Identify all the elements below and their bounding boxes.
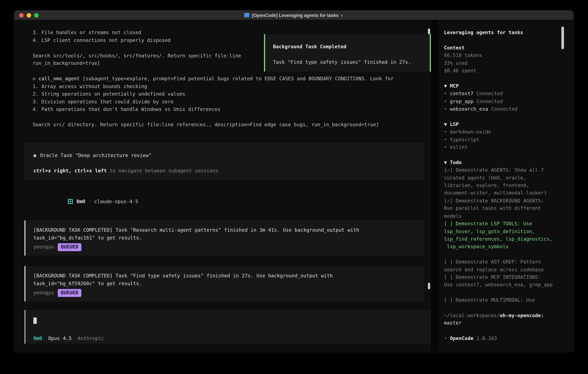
todo-item-pending: [ ] Demonstrate MULTIMODAL: Use (444, 296, 568, 304)
agent-name: OmO (76, 198, 85, 204)
mcp-item: •grep_appConnected (444, 98, 568, 105)
lsp-item-name: typescript (450, 137, 479, 142)
message-text-line: task_id="bg_6f59260c" to get results. (33, 280, 416, 288)
opencode-version: 1.0.163 (476, 335, 497, 341)
terminal-app-icon (244, 13, 250, 17)
message-author: yeongyu (33, 244, 54, 250)
oracle-task-box: ◉Oracle Task "Deep architecture review" … (24, 143, 424, 180)
status-bar-right: tabswitch agent ctrl+pcommands (329, 351, 431, 353)
mcp-item-name: grep_app (450, 98, 473, 104)
bullet-icon: • (444, 144, 447, 150)
spinner-dots-icon: •••••••• (26, 352, 58, 352)
record-icon: ◉ (33, 153, 36, 158)
chevron-down-icon: ▼ (444, 83, 447, 89)
queued-status-badge: QUEUED (58, 289, 81, 297)
mcp-item-name: context7 (450, 91, 473, 96)
todo-item-pending: [ ] Demonstrate AST-GREP: Pattern search… (444, 258, 568, 274)
mcp-section-header[interactable]: ▼MCP (444, 83, 568, 90)
terminal-line: 1. Array access without bounds checking (32, 83, 431, 90)
lsp-item: •typescript (444, 136, 568, 144)
tool-call-line: ⚙call_omo_agent [subagent_type=explore, … (32, 75, 431, 83)
window-title-text: [OpenCode] Leveraging agents for tasks (252, 13, 338, 18)
sidebar-scrollbar-thumb[interactable] (561, 27, 564, 49)
bullet-icon: • (444, 106, 447, 112)
hint-text: to navigate between subagent sessions (107, 168, 218, 174)
mcp-item: •context7Connected (444, 90, 568, 98)
todo-section-header[interactable]: ▼Todo (444, 159, 568, 166)
esc-key-hint: esc (64, 351, 73, 353)
status-bar: •••••••• esc interrupt tabswitch agent c… (26, 351, 431, 353)
esc-key-label: interrupt (76, 351, 103, 353)
tab-key-label: switch agent (341, 352, 376, 353)
terminal-line: 4. Path operations that don't handle Win… (32, 106, 431, 113)
message-text-line: task_id="bg_dcfac161" to get results. (33, 234, 416, 242)
message-text-line: [BACKGROUND TASK COMPLETED] Task "Resear… (33, 226, 416, 234)
ctrlp-key-label: commands (408, 352, 431, 353)
workspace-path: ~/local-workspaces/ (444, 312, 500, 318)
gear-icon: ⚙ (32, 76, 35, 82)
minimize-window-button[interactable] (27, 13, 31, 17)
lsp-header-label: LSP (450, 121, 459, 127)
lsp-section-header[interactable]: ▼LSP (444, 121, 568, 128)
todo-item-active: [ ] Demonstrate LSP TOOLS: Use lsp_hover… (444, 220, 568, 251)
lsp-item: •eslint (444, 144, 568, 151)
todo-item-done: [✓] Demonstrate BACKGROUND AGENTS: Run p… (444, 197, 568, 220)
session-progress-icon: ◐ (341, 13, 343, 17)
context-tokens: 66,518 tokens (444, 52, 568, 59)
prompt-input[interactable]: OmOOpus 4.5Anthropic (24, 310, 431, 344)
lsp-item-name: eslint (450, 144, 468, 150)
message-meta: yeongyuQUEUED (33, 289, 416, 297)
bullet-icon: • (444, 137, 447, 142)
agent-square-icon (68, 199, 73, 204)
terminal-line: 3. Division operations that could divide… (32, 98, 431, 106)
blank-line (444, 151, 568, 159)
bullet-icon: • (444, 91, 447, 96)
hint-keys: ctrl+x right, ctrl+x left (33, 168, 107, 174)
mcp-item-status: Connected (491, 106, 517, 112)
pane-divider (431, 20, 438, 352)
context-used: 33% used (444, 59, 568, 67)
close-window-button[interactable] (19, 13, 24, 17)
message-text-line: [BACKGROUND TASK COMPLETED] Task "Find t… (33, 272, 416, 280)
workspace-name: oh-my-opencode: (500, 312, 544, 318)
input-model-name: Opus 4.5 (48, 335, 72, 341)
traffic-lights (19, 13, 39, 17)
toast-title: Background Task Completed (273, 43, 422, 51)
blank-line (444, 304, 568, 312)
opencode-version-line: •OpenCode1.0.163 (444, 335, 568, 343)
background-task-toast[interactable]: Background Task Completed Task "Find typ… (264, 34, 431, 72)
session-title: Leveraging agents for tasks (444, 29, 568, 37)
toast-body: Task "Find type safety issues" finished … (273, 58, 422, 66)
window-content: 3. File handles or streams not closed 4.… (14, 20, 573, 352)
agent-header: OmO·claude-opus-4-5 (32, 190, 431, 213)
bullet-icon: • (444, 129, 447, 135)
chevron-down-icon: ▼ (444, 121, 447, 127)
screen: [OpenCode] Leveraging agents for tasks ◐… (0, 0, 588, 374)
todo-item-pending: [ ] Demonstrate MCP INTEGRATIONS: Use co… (444, 274, 568, 289)
zoom-window-button[interactable] (34, 13, 39, 17)
titlebar: [OpenCode] Leveraging agents for tasks ◐ (14, 10, 573, 20)
queued-message: [BACKGROUND TASK COMPLETED] Task "Resear… (24, 220, 424, 256)
blank-line (444, 75, 568, 83)
queued-message: [BACKGROUND TASK COMPLETED] Task "Find t… (24, 266, 424, 301)
oracle-task-title: Oracle Task "Deep architecture review" (40, 153, 152, 158)
model-selector-line[interactable]: OmOOpus 4.5Anthropic (33, 334, 423, 342)
separator-dot: · (88, 198, 91, 204)
opencode-window: [OpenCode] Leveraging agents for tasks ◐… (14, 10, 574, 352)
mcp-item-status: Connected (476, 98, 503, 104)
blank-line (444, 36, 568, 44)
mcp-item: •websearch_exaConnected (444, 105, 568, 113)
workspace-path-line: ~/local-workspaces/oh-my-opencode: (444, 312, 568, 320)
terminal-main-pane[interactable]: 3. File handles or streams not closed 4.… (14, 20, 431, 352)
tool-call-args: [subagent_type=explore, prompt=Find pote… (80, 76, 394, 82)
message-meta: yeongyuQUEUED (33, 243, 416, 251)
main-scrollbar-segment[interactable] (428, 283, 430, 289)
agent-model: claude-opus-4-5 (94, 198, 138, 204)
bullet-icon: • (444, 98, 447, 104)
queued-status-badge: QUEUED (58, 243, 81, 251)
commands-hint-group: ctrl+pcommands (387, 351, 431, 353)
todo-header-label: Todo (450, 160, 462, 165)
session-sidebar[interactable]: Leveraging agents for tasks Context 66,5… (438, 20, 574, 352)
input-agent-name: OmO (33, 335, 42, 341)
tab-key-hint: tab (329, 352, 338, 353)
